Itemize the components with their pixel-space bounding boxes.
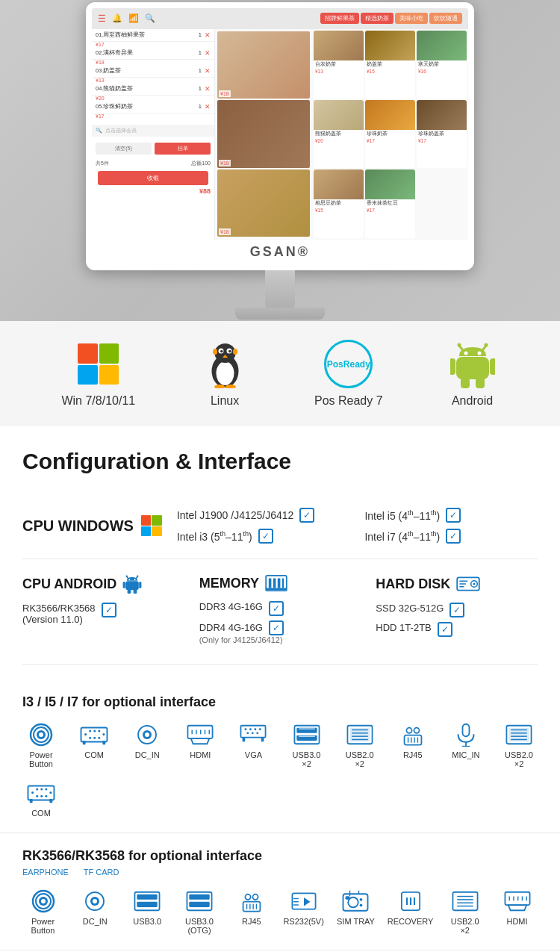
rk-power-icon [28, 888, 59, 914]
svg-point-57 [98, 736, 100, 738]
svg-rect-99 [462, 724, 469, 736]
svg-point-147 [360, 903, 363, 906]
order-list: 01.周至西柚鲜果茶 1 ✕ ¥17 02.满杯奇异果 1 ✕ ¥18 03.奶 [92, 29, 215, 240]
svg-point-77 [252, 732, 254, 734]
interface-i3-icons: PowerButton COM [22, 721, 538, 818]
svg-rect-33 [134, 589, 137, 594]
rk-rj45: RJ45 [231, 888, 272, 935]
svg-rect-29 [126, 581, 140, 590]
rk-usb3-otg-label: USB3.0(OTG) [185, 917, 214, 935]
svg-point-112 [40, 788, 43, 790]
earphone-subtitle: EARPHONE [22, 868, 69, 877]
iface-micin: MIC_IN [447, 721, 485, 768]
svg-point-49 [39, 732, 43, 737]
svg-point-52 [89, 729, 91, 732]
svg-point-73 [249, 728, 252, 730]
menu-icon[interactable]: ☰ [98, 13, 106, 24]
rk-hdmi: HDMI [497, 888, 538, 935]
android-spec-text: RK3566/RK3568(Version 11.0) [22, 603, 96, 625]
ddr4-text: DDR4 4G-16G [199, 622, 263, 633]
screen-icon1: 🔔 [112, 13, 122, 23]
iface-usb2-2: USB2.0×2 [500, 721, 538, 768]
power-icon [25, 721, 57, 747]
svg-point-26 [137, 576, 138, 577]
svg-point-75 [259, 728, 261, 730]
svg-point-56 [98, 729, 100, 732]
svg-rect-155 [452, 892, 477, 909]
iface-hdmi: HDMI [181, 721, 219, 768]
rk-rj45-label: RJ45 [242, 917, 261, 926]
rk-title: RK3566/RK3568 for optional interface [22, 848, 538, 864]
usb3-1-label: USB3.0×2 [293, 750, 321, 768]
product-card[interactable]: 寒天奶茶 ¥16 [417, 31, 467, 99]
dcin-icon [131, 721, 163, 747]
rk-dcin-icon [79, 888, 111, 914]
iface-com1: COM [75, 721, 113, 768]
svg-point-93 [414, 727, 419, 732]
rk-section: RK3566/RK3568 for optional interface EAR… [0, 833, 560, 950]
rk-usb3-otg-icon [184, 888, 215, 914]
rk-usb2-label: USB2.0×2 [451, 917, 479, 935]
svg-point-114 [45, 788, 47, 790]
svg-rect-94 [404, 735, 421, 744]
tab3[interactable]: 美味小吃 [395, 13, 428, 24]
rk-usb3-label: USB3.0 [133, 917, 161, 926]
ddr4-sub: (Only for J4125/J6412) [199, 635, 284, 644]
list-item: 02.满杯奇异果 1 ✕ [92, 47, 214, 60]
svg-point-25 [126, 576, 128, 577]
tab2[interactable]: 精选奶茶 [361, 13, 393, 24]
cashier-button[interactable]: 收银 [98, 171, 208, 185]
search-icon: 🔍 [96, 128, 102, 134]
android-small-icon [122, 574, 142, 594]
svg-point-2 [214, 343, 235, 363]
product-card[interactable]: 珍珠奶盖茶 ¥17 [417, 100, 467, 168]
os-linux: Linux [199, 340, 251, 408]
product-card[interactable]: 熊猫奶盖茶 ¥20 [314, 100, 364, 168]
product-card[interactable]: 相思豆奶茶 ¥15 [314, 169, 364, 237]
svg-rect-79 [243, 737, 246, 741]
cpu-android-title: CPU ANDROID [22, 576, 116, 592]
svg-rect-131 [189, 901, 209, 906]
svg-rect-36 [273, 578, 276, 588]
check-box: ✓ [438, 622, 452, 637]
harddisk-header: HARD DISK [376, 574, 538, 594]
svg-rect-31 [140, 582, 142, 588]
hdd-text: HDD 1T-2TB [376, 622, 431, 633]
memory-title: MEMORY [199, 576, 259, 591]
memory-spec-ddr4: DDR4 4G-16G ✓ (Only for J4125/J6412) [199, 620, 361, 644]
product-card[interactable]: 香米抹茶红豆 ¥17 [365, 169, 415, 237]
cpu-specs: Intel J1900 /J4125/J6412 ✓ Intel i5 (4th… [177, 508, 538, 544]
svg-rect-35 [269, 578, 272, 588]
check-box: ✓ [446, 529, 461, 544]
rk-subtitles: EARPHONE TF CARD [22, 868, 538, 877]
svg-marker-65 [191, 738, 209, 744]
svg-point-1 [216, 361, 234, 385]
svg-point-55 [93, 736, 96, 738]
windows-label: Win 7/8/10/11 [61, 394, 135, 408]
posready-label: Pos Ready 7 [314, 394, 383, 408]
cpu-android-header: CPU ANDROID [22, 574, 184, 594]
rk-simtray-label: SIM TRAY [337, 917, 375, 926]
rk-rs232: RS232(5V) [283, 888, 324, 935]
screen-icon2: 📶 [128, 13, 139, 23]
product-card[interactable]: 珍珠奶茶 ¥17 [365, 100, 415, 168]
check-box: ✓ [269, 620, 284, 635]
rk-simtray: SIM TRAY [335, 888, 376, 935]
svg-point-15 [484, 343, 488, 347]
check-box: ✓ [299, 508, 314, 523]
product-card[interactable]: 奶盖茶 ¥15 [365, 31, 415, 99]
svg-rect-60 [103, 740, 106, 744]
product-grid: 台农奶茶 ¥13 奶盖茶 ¥15 寒天奶茶 ¥16 [312, 29, 468, 240]
svg-rect-128 [137, 901, 157, 906]
svg-point-111 [36, 794, 38, 797]
tab4[interactable]: 饮饮随通 [429, 13, 462, 24]
iface-power: PowerButton [22, 721, 60, 768]
hang-button[interactable]: 挂单 [155, 143, 211, 155]
rk-usb3-icon [131, 888, 163, 914]
tab1[interactable]: 招牌鲜果茶 [320, 13, 359, 24]
product-card[interactable]: 台农奶茶 ¥13 [314, 31, 364, 99]
clear-button[interactable]: 清空(5) [96, 143, 152, 155]
screen-content: 01.周至西柚鲜果茶 1 ✕ ¥17 02.满杯奇异果 1 ✕ ¥18 03.奶 [92, 29, 468, 240]
os-android: Android [447, 340, 499, 408]
svg-point-76 [247, 732, 249, 734]
